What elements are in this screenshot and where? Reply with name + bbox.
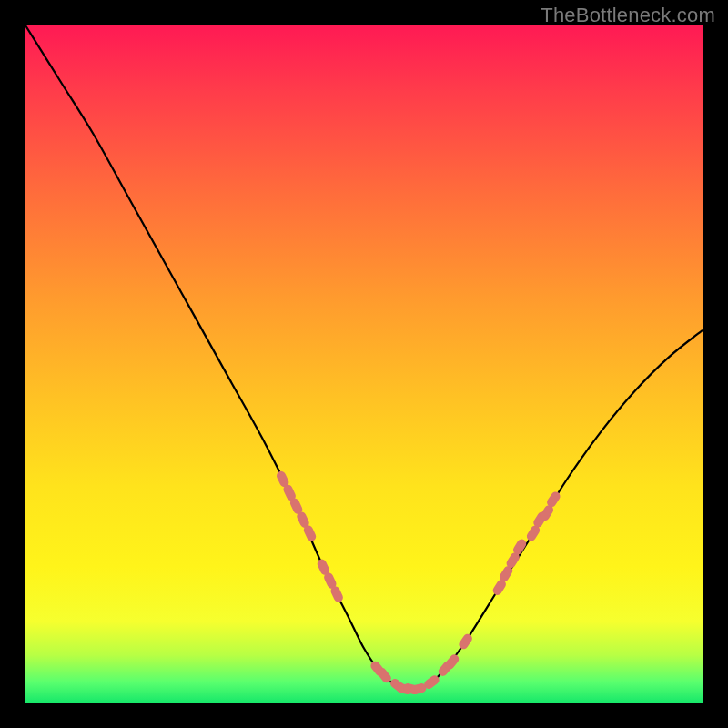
- curve-marker: [457, 632, 473, 652]
- curve-markers: [275, 470, 561, 695]
- watermark-text: TheBottleneck.com: [541, 4, 715, 27]
- plot-area: [25, 25, 703, 703]
- bottleneck-curve-svg: [25, 25, 703, 703]
- bottleneck-curve: [25, 25, 703, 690]
- chart-frame: TheBottleneck.com: [0, 0, 728, 728]
